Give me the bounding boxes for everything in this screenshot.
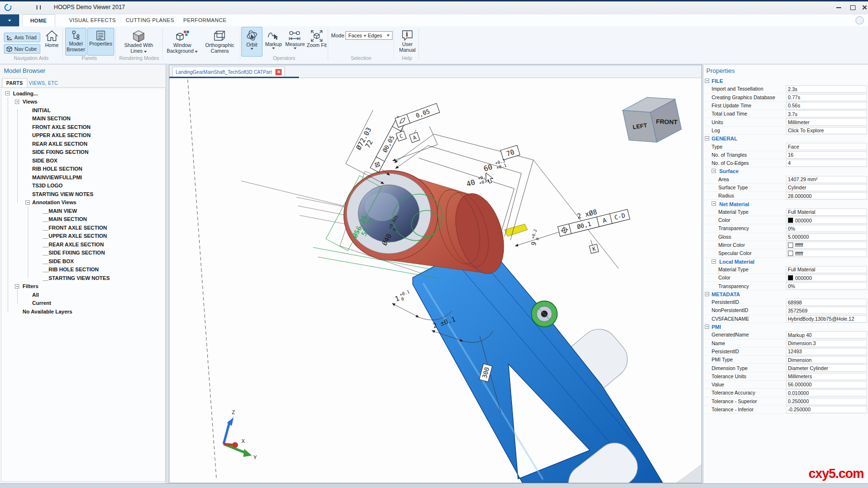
tree-item[interactable]: SIDE FIXING SECTION	[1, 148, 165, 157]
model-browser-button[interactable]: Model Browser	[65, 28, 86, 56]
nav-cube[interactable]: LEFT FRONT	[621, 92, 683, 148]
property-value[interactable]: 3.7s	[786, 110, 867, 117]
property-row[interactable]: Area1407.29 mm²	[703, 175, 868, 184]
section-collapse-icon[interactable]	[712, 259, 716, 264]
close-button[interactable]	[860, 3, 868, 12]
property-row[interactable]: Gloss5.000000	[703, 233, 868, 241]
tree-item[interactable]: __STARTING VIEW NOTES	[1, 274, 165, 282]
property-value[interactable]: 12493	[786, 348, 867, 355]
property-row[interactable]: Total Load Time3.7s	[703, 110, 868, 118]
section-collapse-icon[interactable]	[705, 79, 709, 83]
tree-item[interactable]: __RIB HOLE SECTION	[1, 266, 165, 274]
property-row[interactable]: PMI TypeDimension	[703, 356, 868, 364]
property-section-header[interactable]: METADATA	[703, 290, 868, 298]
tree-item[interactable]: Loading...	[1, 89, 165, 98]
property-value[interactable]: Click To Explore	[786, 127, 867, 134]
tree-item[interactable]: All	[1, 290, 165, 299]
tree-item[interactable]: SIDE BOX	[1, 156, 165, 165]
tree-item[interactable]: __SIDE FIXING SECTION	[1, 249, 165, 257]
property-row[interactable]: Value56.000000	[703, 381, 868, 389]
tree-expand-icon[interactable]	[25, 200, 30, 205]
tree-item[interactable]: UPPER AXLE SECTION	[1, 131, 165, 140]
property-value[interactable]: Dimension	[786, 356, 867, 363]
property-row[interactable]: Dimension TypeDiameter Cylinder	[703, 364, 868, 372]
tree-item[interactable]: MAIN SECTION	[1, 115, 165, 123]
property-section-header[interactable]: GENERAL	[703, 135, 868, 142]
section-collapse-icon[interactable]	[712, 169, 716, 173]
maximize-button[interactable]	[846, 3, 859, 12]
selection-mode-dropdown[interactable]: Faces + Edges	[345, 31, 392, 40]
tree-item[interactable]: Filters	[1, 282, 165, 291]
minimize-button[interactable]	[832, 3, 845, 12]
property-value[interactable]: 0.250000	[786, 398, 867, 405]
model-flange-disc[interactable]	[532, 301, 558, 327]
user-manual-button[interactable]: i User Manual	[396, 28, 418, 56]
document-close-icon[interactable]: ✕	[275, 69, 282, 75]
tree-item[interactable]: RIB HOLE SECTION	[1, 165, 165, 174]
property-value[interactable]: ffffff	[786, 250, 867, 257]
window-background-button[interactable]: Window Background	[165, 28, 200, 56]
properties-button[interactable]: Properties	[87, 28, 114, 56]
property-row[interactable]: No. of Triangles16	[703, 151, 868, 159]
property-row[interactable]: Tolerance - Superior0.250000	[703, 397, 868, 406]
property-value[interactable]: HybridBody.130b75@Hole.12	[786, 315, 867, 323]
nav-cube-button[interactable]: Nav Cube	[4, 44, 40, 54]
property-value[interactable]: 000000	[786, 217, 867, 224]
orthographic-camera-button[interactable]: Orthographic Camera	[201, 28, 239, 56]
property-value[interactable]: 68998	[786, 299, 867, 306]
property-value[interactable]: 1407.29 mm²	[786, 176, 867, 183]
tree-item[interactable]: Current	[1, 299, 165, 308]
property-row[interactable]: No. of Co-Edges4	[703, 159, 868, 167]
property-section-header[interactable]: Net Material	[703, 200, 868, 208]
tree-item[interactable]: No Available Layers	[1, 307, 165, 316]
property-value[interactable]: 0%	[786, 282, 867, 290]
viewport[interactable]: LandingGearMainShaft_TechSoft3D CATPart …	[169, 65, 702, 483]
tree-item[interactable]: INITIAL	[1, 106, 165, 115]
property-row[interactable]: NonPersistentID3572569	[703, 306, 868, 314]
property-value[interactable]: Millimeter	[786, 118, 867, 126]
property-row[interactable]: Mirror Colorffffff	[703, 241, 868, 249]
tree-expand-icon[interactable]	[15, 284, 19, 289]
property-row[interactable]: PersistentID68998	[703, 298, 868, 306]
orbit-button[interactable]: Orbit	[241, 27, 262, 57]
property-value[interactable]: 16	[786, 151, 867, 159]
property-value[interactable]: 3572569	[786, 307, 867, 314]
property-value[interactable]: -0.250000	[786, 406, 867, 413]
tree-item[interactable]: __UPPER AXLE SECTION	[1, 232, 165, 241]
property-row[interactable]: Transparency0%	[703, 282, 868, 290]
property-value[interactable]: Millimeters	[786, 373, 867, 380]
pmi-dim1[interactable]: 1 +0.1 0	[393, 289, 412, 303]
model-corner-part[interactable]	[676, 464, 702, 483]
property-row[interactable]: PersistentID12493	[703, 348, 868, 356]
tab-home[interactable]: HOME	[22, 14, 55, 26]
zoom-fit-button[interactable]: Zoom Fit	[307, 28, 327, 56]
section-collapse-icon[interactable]	[705, 292, 709, 296]
property-value[interactable]: 0%	[786, 225, 867, 232]
property-row[interactable]: Specular Colorffffff	[703, 249, 868, 257]
tree-item[interactable]: STARTING VIEW NOTES	[1, 190, 165, 198]
property-value[interactable]: Markup 40	[786, 331, 867, 338]
pmi-datum-a[interactable]: A	[409, 132, 420, 143]
document-tab[interactable]: LandingGearMainShaft_TechSoft3D CATPart …	[172, 67, 285, 77]
tree-item[interactable]: Annotation Views	[1, 198, 165, 207]
pmi-dim70[interactable]: 70	[500, 145, 520, 160]
property-row[interactable]: CV5FACENAMEHybridBody.130b75@Hole.12	[703, 315, 868, 323]
pmi-dim9[interactable]: 9 +0.2 0	[528, 229, 542, 247]
section-collapse-icon[interactable]	[705, 325, 709, 329]
property-value[interactable]: 0.56s	[786, 102, 867, 109]
markup-button[interactable]: Markup	[263, 28, 284, 56]
pmi-dia72[interactable]: Ø72.03 72	[355, 126, 379, 154]
property-row[interactable]: Material TypeFull Material	[703, 208, 868, 216]
tab-visual-effects[interactable]: VISUAL EFFECTS	[61, 14, 124, 26]
property-row[interactable]: Transparency0%	[703, 224, 868, 232]
property-row[interactable]: UnitsMillimeter	[703, 118, 868, 126]
property-value[interactable]: ffffff	[786, 242, 867, 249]
property-row[interactable]: TypeFace	[703, 142, 868, 151]
property-value[interactable]: 0.010000	[786, 389, 867, 396]
property-row[interactable]: Radius28.000000	[703, 192, 868, 200]
property-value[interactable]: 56.000000	[786, 381, 867, 388]
property-value[interactable]: Full Material	[786, 209, 867, 216]
property-row[interactable]: LogClick To Explore	[703, 127, 868, 135]
home-button[interactable]: Home	[41, 28, 62, 56]
property-row[interactable]: Tolerance UnitsMillimeters	[703, 372, 868, 381]
